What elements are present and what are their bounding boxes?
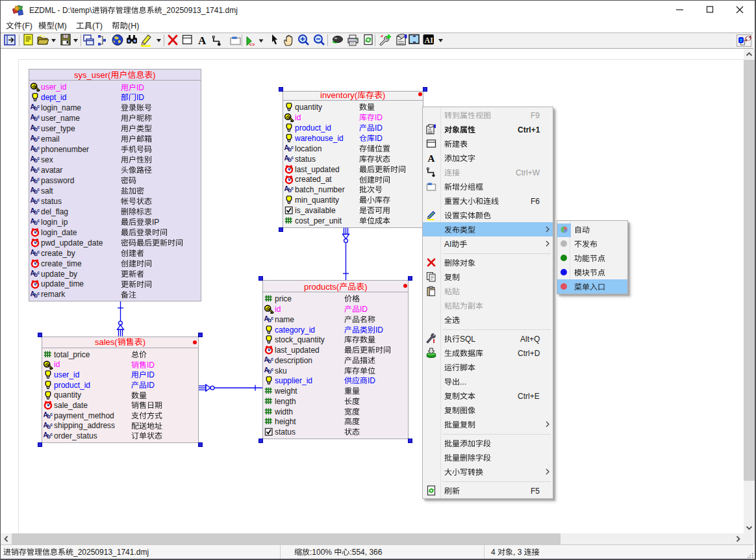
svg-text:F9: F9 — [531, 111, 540, 120]
svg-text:F5: F5 — [531, 487, 540, 496]
svg-text:AI: AI — [444, 240, 451, 249]
svg-text:4: 4 — [491, 548, 496, 557]
svg-text:Alt+Q: Alt+Q — [520, 335, 540, 344]
svg-text:...: ... — [460, 377, 466, 387]
svg-text:Ctrl+1: Ctrl+1 — [518, 125, 540, 134]
svg-text:Ctrl+D: Ctrl+D — [518, 349, 540, 358]
svg-text:, 3: , 3 — [513, 548, 522, 557]
svg-text:_20250913_1741.dmj: _20250913_1741.dmj — [73, 548, 149, 557]
svg-text:SQL: SQL — [460, 335, 475, 344]
svg-text:F6: F6 — [531, 197, 540, 206]
svg-text:Ctrl+W: Ctrl+W — [516, 168, 540, 177]
svg-text:A: A — [427, 153, 435, 164]
svg-text::554, 366: :554, 366 — [349, 548, 382, 557]
svg-text::100%: :100% — [310, 548, 332, 557]
svg-text:Ctrl+E: Ctrl+E — [518, 392, 540, 401]
